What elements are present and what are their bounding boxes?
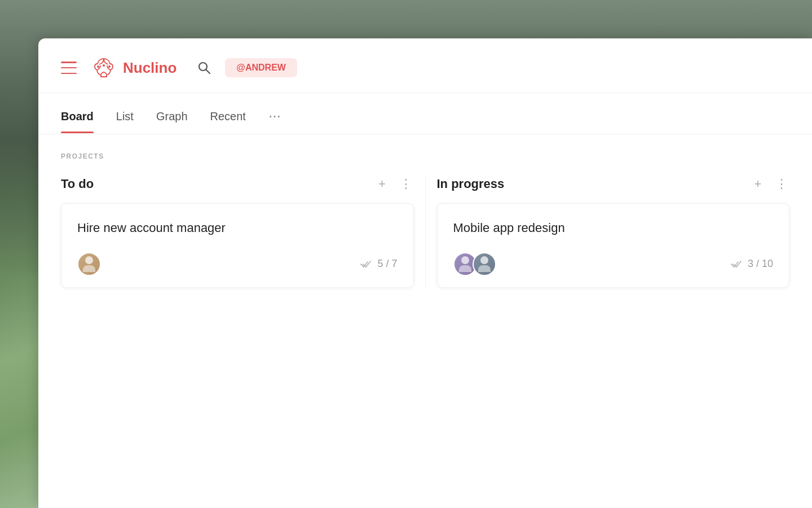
svg-line-4 [206, 70, 210, 74]
main-panel: Nuclino @ANDREW Board List Graph Recent … [38, 38, 812, 508]
board-columns: To do + ⋮ Hire new account manager [61, 176, 789, 288]
card-hire-task-count: 5 / 7 [360, 258, 397, 270]
column-todo-more-button[interactable]: ⋮ [398, 176, 414, 192]
column-todo-title: To do [61, 177, 94, 191]
checkmark-icon-2 [731, 260, 743, 269]
column-todo-header: To do + ⋮ [61, 176, 414, 192]
column-todo-add-button[interactable]: + [374, 176, 390, 192]
card-hire-title: Hire new account manager [77, 220, 398, 237]
column-in-progress-title: In progress [437, 177, 505, 191]
brain-icon [90, 54, 117, 81]
column-in-progress: In progress + ⋮ Mobile app redesign [425, 176, 790, 288]
card-mobile-avatars [453, 252, 496, 276]
avatar-1 [77, 252, 101, 276]
tab-more-button[interactable]: ⋯ [268, 95, 282, 134]
svg-point-0 [97, 65, 99, 68]
tab-recent[interactable]: Recent [210, 97, 246, 133]
column-todo-actions: + ⋮ [374, 176, 414, 192]
logo[interactable]: Nuclino [90, 54, 176, 81]
avatar-2 [473, 252, 496, 276]
mention-badge[interactable]: @ANDREW [225, 58, 297, 77]
tabs-bar: Board List Graph Recent ⋯ [38, 95, 812, 134]
column-todo: To do + ⋮ Hire new account manager [61, 176, 425, 288]
card-hire-account-manager[interactable]: Hire new account manager [61, 203, 414, 288]
column-in-progress-actions: + ⋮ [750, 176, 789, 192]
tab-graph[interactable]: Graph [156, 97, 188, 133]
board-content: PROJECTS To do + ⋮ Hire new account mana… [38, 134, 812, 306]
card-hire-avatars [77, 252, 101, 276]
card-mobile-task-count: 3 / 10 [731, 258, 773, 270]
hire-task-ratio: 5 / 7 [377, 258, 397, 270]
tab-list[interactable]: List [116, 97, 134, 133]
svg-point-2 [103, 64, 105, 67]
column-in-progress-add-button[interactable]: + [750, 176, 766, 192]
search-icon[interactable] [197, 60, 211, 75]
column-in-progress-more-button[interactable]: ⋮ [774, 176, 789, 192]
checkmark-icon [360, 260, 373, 269]
card-mobile-redesign[interactable]: Mobile app redesign [437, 203, 790, 288]
card-mobile-title: Mobile app redesign [453, 220, 774, 237]
tab-board[interactable]: Board [61, 97, 94, 133]
section-label: PROJECTS [61, 152, 789, 160]
column-in-progress-header: In progress + ⋮ [437, 176, 790, 192]
card-hire-footer: 5 / 7 [77, 252, 398, 276]
app-name: Nuclino [123, 59, 176, 77]
svg-point-1 [108, 65, 111, 68]
card-mobile-footer: 3 / 10 [453, 252, 774, 276]
mobile-task-ratio: 3 / 10 [748, 258, 773, 270]
header: Nuclino @ANDREW [38, 38, 812, 93]
menu-button[interactable] [61, 62, 77, 74]
